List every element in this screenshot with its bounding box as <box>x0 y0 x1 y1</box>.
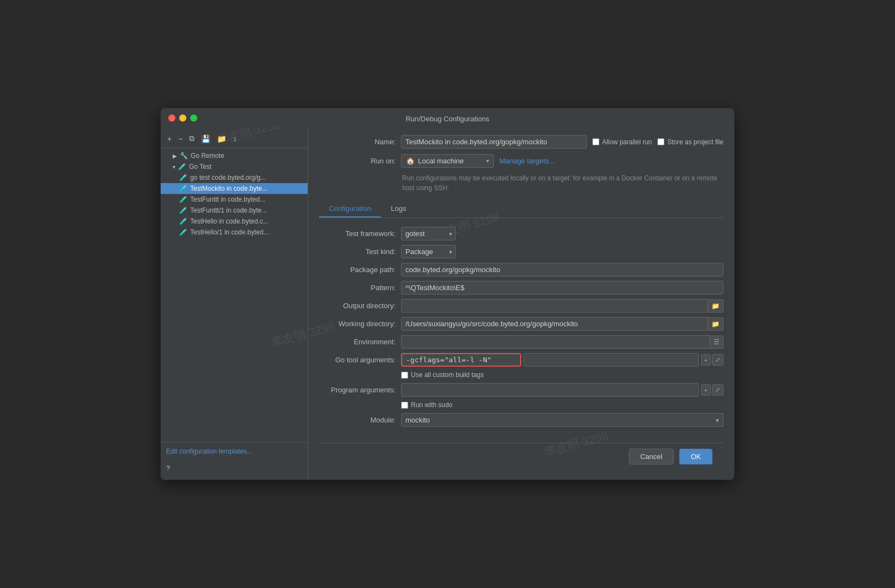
sidebar-toolbar: + − ⧉ 💾 📁 ↕ <box>161 131 308 148</box>
add-config-button[interactable]: + <box>165 133 174 144</box>
program-args-input[interactable] <box>401 383 699 397</box>
pattern-input[interactable] <box>401 281 723 295</box>
test-kind-row: Test kind: Package <box>319 245 723 258</box>
main-panel: Name: Allow parallel run Store as projec… <box>308 127 734 480</box>
tab-logs[interactable]: Logs <box>381 201 416 217</box>
custom-build-tags-row: Use all custom build tags <box>319 371 723 379</box>
go-tool-args-group: -gcflags="all=-l -N" + ⤢ <box>401 353 723 367</box>
copy-config-button[interactable]: ⧉ <box>187 133 197 144</box>
working-dir-row: Working directory: 📁 <box>319 317 723 331</box>
run-with-sudo-row: Run with sudo <box>319 401 723 409</box>
run-debug-dialog: 李友明 3298 李友明 3298 李友明 3298 李友明 3298 Run/… <box>161 108 734 480</box>
program-args-expand-button[interactable]: ⤢ <box>712 384 723 396</box>
remove-config-button[interactable]: − <box>176 133 185 144</box>
window-controls <box>168 114 197 121</box>
sidebar-item-label: TestHello/1 in code.byted... <box>190 228 269 236</box>
sidebar-item-go-remote[interactable]: ▶ 🔧 Go Remote <box>161 150 308 161</box>
minimize-button[interactable] <box>179 114 186 121</box>
tab-configuration[interactable]: Configuration <box>319 201 381 217</box>
store-as-project-checkbox-label[interactable]: Store as project file <box>657 138 723 146</box>
save-config-button[interactable]: 💾 <box>199 133 213 144</box>
config-section: Test framework: gotest Test kind: Packag… <box>319 227 723 427</box>
ok-button[interactable]: OK <box>679 449 713 464</box>
sidebar-item-label: TestHello in code.byted.c... <box>190 217 268 225</box>
folder-config-button[interactable]: 📁 <box>215 133 228 144</box>
pattern-row: Pattern: <box>319 281 723 295</box>
environment-browse-button[interactable]: ☰ <box>710 336 723 349</box>
sidebar-item-label: Go Remote <box>191 152 224 160</box>
edit-templates-link[interactable]: Edit configuration templates... <box>166 448 252 455</box>
module-select[interactable]: mockito <box>401 413 723 427</box>
sidebar-item-test-hello-1[interactable]: 🧪 TestHello/1 in code.byted... <box>161 227 308 238</box>
output-dir-browse-button[interactable]: 📁 <box>708 299 723 313</box>
go-tool-args-expand-btns: + ⤢ <box>701 354 723 366</box>
go-remote-icon: 🔧 <box>180 152 188 160</box>
test-funttt-1-icon: 🧪 <box>179 207 187 214</box>
store-as-project-checkbox[interactable] <box>657 138 664 145</box>
close-button[interactable] <box>168 114 175 121</box>
sidebar-item-test-funttt-1[interactable]: 🧪 TestFunttt/1 in code.byte... <box>161 205 308 216</box>
local-machine-label: Local machine <box>418 157 464 165</box>
package-path-row: Package path: <box>319 263 723 277</box>
test-kind-label: Test kind: <box>319 248 396 256</box>
allow-parallel-label: Allow parallel run <box>602 138 652 146</box>
cancel-button[interactable]: Cancel <box>629 449 674 464</box>
custom-build-tags-label: Use all custom build tags <box>411 371 484 379</box>
output-dir-row: Output directory: 📁 <box>319 299 723 313</box>
environment-label: Environment: <box>319 338 396 346</box>
program-args-group: + ⤢ <box>401 383 723 397</box>
go-tool-args-highlighted-input[interactable]: -gcflags="all=-l -N" <box>401 353 521 367</box>
dialog-footer: Cancel OK <box>319 443 723 472</box>
run-with-sudo-checkbox-label[interactable]: Run with sudo <box>401 401 452 409</box>
working-dir-input[interactable] <box>401 317 708 331</box>
go-tool-args-extra-input[interactable] <box>523 353 699 367</box>
run-on-hint: Run configurations may be executed local… <box>319 173 723 193</box>
sidebar-bottom: Edit configuration templates... <box>161 442 308 460</box>
test-framework-select-wrapper: gotest <box>401 227 456 240</box>
test-framework-select[interactable]: gotest <box>401 227 456 240</box>
tabs-row: Configuration Logs <box>319 201 723 218</box>
module-row: Module: mockito <box>319 413 723 427</box>
sidebar-item-test-funttt[interactable]: 🧪 TestFunttt in code.byted... <box>161 194 308 205</box>
sidebar-item-go-test[interactable]: ▾ 🧪 Go Test <box>161 161 308 172</box>
environment-input[interactable] <box>401 335 710 349</box>
help-icon[interactable]: ? <box>166 464 170 472</box>
allow-parallel-checkbox-label[interactable]: Allow parallel run <box>592 138 652 146</box>
sort-config-button[interactable]: ↕ <box>231 133 239 144</box>
run-with-sudo-checkbox[interactable] <box>401 402 408 409</box>
dropdown-arrow-icon: ▾ <box>486 158 489 164</box>
dialog-title: Run/Debug Configurations <box>169 115 726 123</box>
run-on-dropdown[interactable]: 🏠 Local machine ▾ <box>401 154 494 168</box>
working-dir-browse-button[interactable]: 📁 <box>708 317 723 331</box>
sidebar-item-label: TestFunttt in code.byted... <box>190 196 265 203</box>
test-kind-select[interactable]: Package <box>401 245 456 258</box>
test-kind-select-wrapper: Package <box>401 245 456 258</box>
manage-targets-link[interactable]: Manage targets... <box>499 157 555 165</box>
sidebar-item-test-hello[interactable]: 🧪 TestHello in code.byted.c... <box>161 216 308 227</box>
custom-build-tags-checkbox[interactable] <box>401 372 408 379</box>
custom-build-tags-checkbox-label[interactable]: Use all custom build tags <box>401 371 484 379</box>
go-tool-args-label: Go tool arguments: <box>319 356 396 364</box>
environment-input-group: ☰ <box>401 335 723 349</box>
program-args-expand-btns: + ⤢ <box>701 384 723 396</box>
program-args-add-button[interactable]: + <box>701 384 711 396</box>
package-path-input[interactable] <box>401 263 723 277</box>
name-label: Name: <box>319 138 396 146</box>
sidebar-item-go-test-1[interactable]: 🧪 go test code.byted.org/g... <box>161 172 308 183</box>
test-item-icon: 🧪 <box>179 174 187 181</box>
home-icon: 🏠 <box>406 157 415 165</box>
test-framework-label: Test framework: <box>319 230 396 238</box>
go-tool-args-expand-button[interactable]: ⤢ <box>712 354 723 366</box>
test-mockito-icon: 🧪 <box>179 185 187 192</box>
output-dir-input-group: 📁 <box>401 299 723 313</box>
working-dir-label: Working directory: <box>319 320 396 328</box>
go-tool-args-add-button[interactable]: + <box>701 354 711 366</box>
allow-parallel-checkbox[interactable] <box>592 138 599 145</box>
sidebar-item-label: TestMockito in code.byte... <box>190 185 267 192</box>
maximize-button[interactable] <box>190 114 197 121</box>
name-input[interactable] <box>401 135 587 149</box>
pattern-label: Pattern: <box>319 284 396 292</box>
sidebar-item-test-mockito[interactable]: 🧪 TestMockito in code.byte... <box>161 183 308 194</box>
sidebar-item-label: go test code.byted.org/g... <box>190 174 266 181</box>
output-dir-input[interactable] <box>401 299 708 313</box>
